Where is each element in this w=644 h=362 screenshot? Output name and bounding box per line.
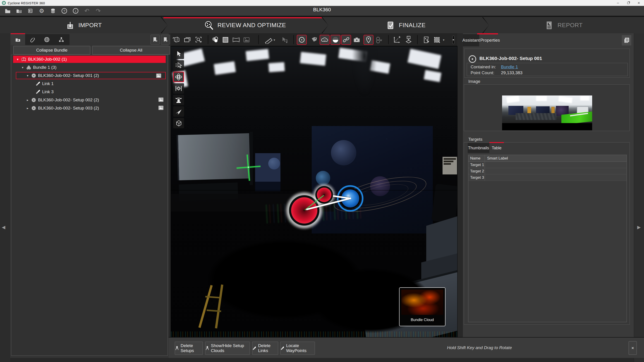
measure-dropdown[interactable]: ▾	[272, 35, 276, 45]
pano-carpet	[516, 113, 556, 120]
open-project-button[interactable]	[4, 7, 12, 15]
setup-image-chip[interactable]	[158, 97, 164, 102]
palette-panel-tool[interactable]	[421, 35, 431, 45]
expand-right-icon: ▶	[637, 225, 640, 230]
show-labels-toggle[interactable]	[309, 35, 319, 45]
expander-icon[interactable]: ▾	[26, 74, 30, 77]
close-project-button[interactable]	[15, 7, 23, 15]
add-bookmark-button[interactable]	[150, 35, 160, 44]
workflow-tab-import[interactable]: IMPORT	[0, 17, 168, 33]
locate-waypoints-button[interactable]: Locate WayPoints	[280, 342, 315, 355]
zoom-region-icon[interactable]	[194, 35, 204, 45]
expand-panel-button[interactable]	[622, 35, 631, 45]
multi-select-tool-button[interactable]	[173, 60, 184, 71]
project-image-tool[interactable]	[404, 35, 414, 45]
tree-row-link-3[interactable]: Link 3	[11, 88, 168, 95]
expander-icon[interactable]: ▸	[26, 98, 30, 102]
settings-button[interactable]: ⚙	[38, 7, 46, 15]
storage-button[interactable]	[49, 7, 57, 15]
delete-setups-button[interactable]: Delete Setups	[175, 342, 203, 355]
tab-target-thumbnails[interactable]: Thumbnails	[468, 143, 490, 153]
screenshot-tool[interactable]	[352, 35, 362, 45]
info-button[interactable]: i	[72, 7, 80, 15]
filter-tool[interactable]	[374, 35, 384, 45]
tree-row-label: Link 3	[42, 89, 54, 94]
setup-image-chip[interactable]	[156, 73, 161, 78]
point-cloud-viewport[interactable]: Bundle Cloud	[171, 46, 457, 337]
point-size-slider[interactable]	[452, 35, 455, 45]
targets-section-label: Targets	[468, 137, 482, 142]
workflow-tab-review-and-optimize[interactable]: REVIEW AND OPTIMIZE	[162, 17, 328, 33]
image-view-icon[interactable]	[242, 35, 252, 45]
minimize-button[interactable]: –	[613, 0, 623, 6]
tab-attachments[interactable]	[25, 34, 40, 45]
apply-coordinates-tool[interactable]	[392, 35, 402, 45]
setup-icon	[468, 55, 477, 63]
column-header-smart-label[interactable]: Smart Label	[485, 156, 626, 161]
contained-in-label: Contained in:	[470, 64, 496, 69]
fit-view-icon[interactable]	[182, 35, 192, 45]
bundle-cloud-card[interactable]: Bundle Cloud	[399, 287, 446, 326]
tab-assistant[interactable]: Assistant	[463, 34, 479, 46]
redo-icon: ↷	[96, 7, 101, 14]
project-panes-button[interactable]	[26, 7, 34, 15]
view-cube-tool-button[interactable]	[173, 118, 184, 128]
close-action-bar-button[interactable]: ×	[628, 341, 637, 355]
help-button[interactable]: ?	[60, 7, 68, 15]
show-waypoints-toggle[interactable]	[364, 35, 374, 45]
color-mode-icon[interactable]	[210, 35, 220, 45]
workflow-tab-report[interactable]: REPORT	[483, 17, 644, 33]
review-optimize-icon	[204, 20, 214, 30]
show-setups-toggle[interactable]	[297, 35, 307, 45]
expander-icon[interactable]: ▸	[26, 106, 30, 110]
target-row[interactable]: Target 2	[468, 168, 626, 174]
workflow-tab-finalize[interactable]: FINALIZE	[322, 17, 489, 33]
show-targets-toggle[interactable]	[330, 35, 340, 45]
constrained-orbit-tool-button[interactable]	[173, 83, 184, 94]
show-clouds-toggle[interactable]	[320, 35, 330, 45]
remove-bookmark-button[interactable]	[161, 35, 170, 44]
close-window-button[interactable]: ×	[634, 0, 644, 6]
tree-row-setup-002[interactable]: ▸ BLK360-Job-002- Setup 002 (2)	[11, 96, 168, 104]
solid-view-icon[interactable]	[220, 35, 230, 45]
column-header-name[interactable]: Name	[468, 155, 485, 162]
setup-panorama-thumbnail[interactable]	[502, 95, 592, 130]
expand-right-panel-button[interactable]: ▶	[637, 224, 640, 230]
show-links-toggle[interactable]	[341, 35, 351, 45]
pano-light	[580, 96, 589, 100]
selection-rect-tool[interactable]	[432, 35, 442, 45]
tree-row-link-1[interactable]: Link 1	[11, 80, 168, 87]
collapse-bundle-button[interactable]: Collapse Bundle	[13, 46, 90, 54]
redo-button[interactable]: ↷	[94, 7, 102, 15]
collapse-left-panel-button[interactable]: ◀	[2, 224, 5, 230]
tab-project-tree[interactable]	[11, 34, 25, 45]
delete-links-button[interactable]: Delete Links	[252, 342, 278, 355]
restore-button[interactable]	[623, 0, 634, 6]
contained-in-link[interactable]: Bundle 1	[501, 64, 518, 69]
expander-icon[interactable]: ▾	[21, 66, 24, 69]
tab-geo-reference[interactable]	[40, 34, 54, 45]
tab-properties[interactable]: Properties	[479, 34, 501, 46]
tree-row-setup-001[interactable]: ▾ BLK360-Job-002- Setup 001 (2)	[16, 72, 166, 79]
expander-icon[interactable]: ▾	[16, 57, 20, 61]
toolbar-separator	[417, 35, 418, 44]
target-row[interactable]: Target 3	[468, 174, 626, 181]
point-info-icon[interactable]	[280, 35, 290, 45]
show-hide-setup-clouds-button[interactable]: Show/Hide Setup Clouds	[205, 342, 250, 355]
target-row[interactable]: Target 1	[468, 162, 626, 168]
orbit-tool-button[interactable]	[173, 72, 184, 82]
tab-site-map[interactable]	[54, 34, 68, 45]
panorama-view-icon[interactable]	[231, 35, 241, 45]
fly-tool-button[interactable]	[173, 106, 184, 117]
tree-row-setup-003[interactable]: ▸ BLK360-Job-002- Setup 003 (2)	[11, 104, 168, 112]
tree-row-bundle[interactable]: ▾ Bundle 1 (3)	[11, 64, 168, 71]
setup-image-chip[interactable]	[158, 106, 164, 110]
look-around-tool-button[interactable]	[173, 95, 184, 105]
select-tool-button[interactable]	[173, 49, 184, 59]
undo-button[interactable]: ↶	[83, 7, 91, 15]
tree-row-job[interactable]: ▾ BLK360-Job-002 (1)	[13, 56, 166, 63]
collapse-all-button[interactable]: Collapse All	[92, 46, 170, 54]
selection-dropdown[interactable]: ▾	[442, 35, 446, 45]
tab-target-table[interactable]: Table	[490, 143, 504, 153]
import-cloud-icon[interactable]	[171, 35, 181, 45]
